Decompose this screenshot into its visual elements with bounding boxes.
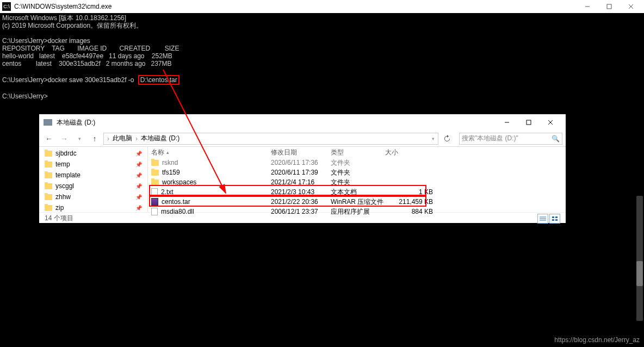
cmd-prompt: C:\Users\Jerry> (2, 92, 48, 100)
col-type[interactable]: 类型 (331, 148, 385, 157)
file-row[interactable]: rsknd2020/6/11 17:36文件夹 (148, 158, 566, 168)
docker-row: centos latest 300e315adb2f 2 months ago … (2, 60, 172, 67)
file-list-header[interactable]: 名称▴ 修改日期 类型 大小 (148, 147, 566, 158)
file-list: 名称▴ 修改日期 类型 大小 rsknd2020/6/11 17:36文件夹 t… (148, 147, 566, 212)
pin-icon: 📌 (135, 172, 142, 178)
file-row[interactable]: tfs1592020/6/11 17:39文件夹 (148, 168, 566, 177)
folder-icon (45, 172, 52, 178)
cmd-window: C:\ C:\WINDOWS\system32\cmd.exe Microsof… (0, 0, 644, 101)
explorer-window: 本地磁盘 (D:) ← → ▾ ↑ › 此电脑 › 本地磁盘 (D:) ▾ 搜索… (39, 114, 566, 223)
chevron-right-icon: › (107, 135, 109, 142)
item-count: 14 个项目 (45, 214, 73, 223)
document-icon (151, 208, 158, 215)
breadcrumb[interactable]: › 此电脑 › 本地磁盘 (D:) ▾ (103, 133, 438, 145)
sidebar-item[interactable]: temp📌 (39, 159, 147, 170)
pin-icon: 📌 (135, 205, 142, 211)
chevron-down-icon[interactable]: ▾ (432, 136, 435, 141)
docker-row: hello-world latest e58cfe4497ee 11 days … (2, 52, 172, 60)
folder-icon (45, 162, 52, 168)
pin-icon: 📌 (135, 162, 142, 168)
maximize-button[interactable] (598, 1, 620, 12)
refresh-button[interactable] (441, 132, 454, 145)
sort-indicator-icon: ▴ (166, 150, 169, 155)
watermark: https://blog.csdn.net/Jerry_az (554, 336, 640, 344)
cmd-copyright: (c) 2019 Microsoft Corporation。保留所有权利。 (2, 22, 143, 29)
scrollbar[interactable] (636, 196, 643, 321)
history-dropdown[interactable]: ▾ (73, 132, 86, 145)
pin-icon: 📌 (135, 151, 142, 157)
highlight-box (149, 195, 426, 207)
cmd-command: docker save 300e315adb2f -o (48, 76, 134, 84)
svg-rect-15 (555, 219, 558, 221)
breadcrumb-item[interactable]: 本地磁盘 (D:) (141, 134, 179, 143)
folder-icon (151, 170, 159, 176)
docker-header: REPOSITORY TAG IMAGE ID CREATED SIZE (2, 45, 179, 52)
col-date[interactable]: 修改日期 (271, 148, 331, 157)
up-button[interactable]: ↑ (88, 132, 101, 145)
chevron-right-icon: › (135, 135, 138, 142)
cmd-version: Microsoft Windows [版本 10.0.18362.1256] (2, 14, 126, 22)
cmd-title: C:\WINDOWS\system32\cmd.exe (14, 3, 577, 10)
folder-icon (45, 151, 52, 157)
cmd-icon: C:\ (2, 2, 11, 11)
minimize-button[interactable] (496, 115, 518, 130)
sidebar-item[interactable]: zip📌 (39, 202, 147, 212)
back-button[interactable]: ← (42, 132, 55, 145)
sidebar-item[interactable]: sjbdrdc📌 (39, 148, 147, 159)
breadcrumb-item[interactable]: 此电脑 (113, 134, 132, 143)
folder-icon (151, 179, 159, 185)
cmd-prompt: C:\Users\Jerry> (2, 76, 48, 84)
cmd-titlebar[interactable]: C:\ C:\WINDOWS\system32\cmd.exe (0, 0, 644, 13)
explorer-navbar: ← → ▾ ↑ › 此电脑 › 本地磁盘 (D:) ▾ 搜索"本地磁盘 (D:)… (39, 131, 566, 147)
folder-icon (151, 160, 159, 166)
explorer-title: 本地磁盘 (D:) (57, 118, 496, 127)
search-icon: 🔍 (552, 135, 560, 142)
col-size[interactable]: 大小 (385, 148, 439, 157)
col-name[interactable]: 名称 (151, 148, 164, 157)
sidebar: sjbdrdc📌 temp📌 template📌 yscggl📌 zhhw📌 z… (39, 147, 148, 212)
pin-icon: 📌 (135, 183, 142, 189)
sidebar-item[interactable]: zhhw📌 (39, 191, 147, 202)
search-input[interactable]: 搜索"本地磁盘 (D:)" 🔍 (459, 133, 562, 145)
cmd-prompt: C:\Users\Jerry> (2, 37, 48, 45)
folder-icon (45, 205, 52, 211)
explorer-titlebar[interactable]: 本地磁盘 (D:) (39, 114, 566, 131)
minimize-button[interactable] (577, 1, 598, 12)
svg-rect-6 (527, 120, 531, 125)
svg-rect-14 (552, 219, 554, 221)
close-button[interactable] (620, 1, 642, 12)
sidebar-item[interactable]: yscggl📌 (39, 181, 147, 191)
cmd-command: docker images (48, 37, 90, 45)
maximize-button[interactable] (518, 115, 540, 130)
sidebar-item[interactable]: template📌 (39, 170, 147, 181)
folder-icon (45, 194, 52, 200)
close-button[interactable] (540, 115, 561, 130)
forward-button[interactable]: → (58, 132, 71, 145)
scrollbar-thumb[interactable] (636, 261, 643, 286)
pin-icon: 📌 (135, 194, 142, 200)
file-row[interactable]: msdia80.dll2006/12/1 23:37应用程序扩展884 KB (148, 207, 566, 216)
cmd-output-path-highlight: D:\centos.tar (138, 75, 179, 85)
svg-rect-1 (607, 4, 611, 9)
drive-icon (44, 119, 52, 126)
cmd-body: Microsoft Windows [版本 10.0.18362.1256] (… (0, 13, 644, 101)
folder-icon (45, 183, 52, 189)
